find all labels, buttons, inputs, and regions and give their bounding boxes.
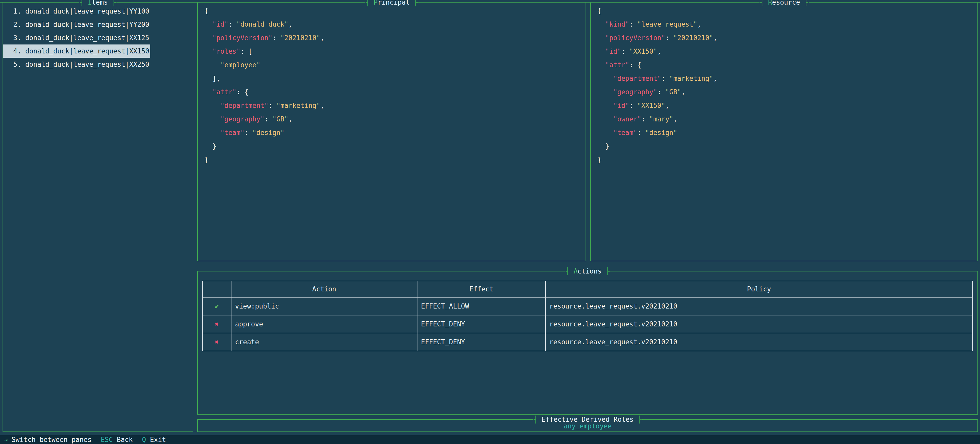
json-line: "department": "marketing",: [597, 72, 977, 85]
json-line: "id": "XX150",: [597, 45, 977, 58]
json-punctuation: :: [228, 21, 236, 28]
json-punctuation: ,: [673, 115, 677, 123]
json-line: "id": "XX150",: [597, 99, 977, 112]
json-punctuation: :: [268, 102, 276, 109]
policy-cell: resource.leave_request.v20210210: [546, 297, 973, 315]
tui-screen: ┤ Items ├ 1. donald_duck|leave_request|Y…: [0, 0, 980, 444]
title-tick-right: ├: [108, 0, 116, 6]
principal-panel: ┤ Principal ├ { "id": "donald_duck", "po…: [197, 2, 586, 261]
json-line: "kind": "leave_request",: [597, 18, 977, 31]
json-line: "id": "donald_duck",: [204, 18, 585, 31]
json-line: ],: [204, 72, 585, 85]
json-punctuation: :: [245, 129, 252, 136]
title-shortcut-letter: I: [88, 0, 92, 6]
items-panel-title: ┤ Items ├: [80, 0, 116, 7]
json-line: }: [597, 153, 977, 167]
json-punctuation: [597, 129, 613, 136]
json-punctuation: :: [621, 48, 629, 55]
json-punctuation: [: [248, 48, 252, 55]
json-punctuation: :: [641, 115, 649, 123]
column-header-policy: Policy: [546, 281, 973, 297]
title-shortcut-letter: P: [374, 0, 378, 6]
json-punctuation: {: [597, 7, 601, 14]
json-punctuation: }: [204, 156, 208, 164]
shortcut-key: Q: [142, 436, 146, 444]
status-shortcut: ⇥ Switch between panes: [3, 436, 91, 444]
json-key: "id": [613, 102, 630, 109]
json-string-value: "XX150": [629, 48, 657, 55]
title-tick-right: ├: [409, 0, 417, 6]
action-row: ✖createEFFECT_DENYresource.leave_request…: [203, 333, 973, 351]
json-string-value: "mary": [649, 115, 673, 123]
json-string-value: "XX150": [637, 102, 665, 109]
json-punctuation: [204, 115, 221, 123]
title-label: tems: [92, 0, 108, 6]
items-list-item[interactable]: 2. donald_duck|leave_request|YY200: [3, 18, 190, 31]
action-cell: view:public: [231, 297, 417, 315]
title-label: esource: [772, 0, 800, 6]
json-line: "team": "design": [204, 126, 585, 140]
json-string-value: "employee": [221, 61, 261, 69]
json-punctuation: [204, 88, 212, 96]
json-punctuation: ,: [713, 34, 718, 42]
resource-json-view: { "kind": "leave_request", "policyVersio…: [591, 3, 977, 167]
json-punctuation: :: [264, 115, 272, 123]
json-string-value: "marketing": [669, 75, 713, 82]
effective-derived-roles-panel: ┤ Effective Derived Roles ├ any_employee: [197, 419, 978, 432]
deny-cross-icon: ✖: [203, 333, 231, 351]
effect-cell: EFFECT_DENY: [417, 333, 546, 351]
items-list: 1. donald_duck|leave_request|YY1002. don…: [3, 3, 192, 71]
items-panel: ┤ Items ├ 1. donald_duck|leave_request|Y…: [3, 2, 193, 432]
json-string-value: "20210210": [280, 34, 320, 42]
items-list-item[interactable]: 5. donald_duck|leave_request|XX250: [3, 58, 190, 71]
json-line: "attr": {: [204, 85, 585, 99]
title-shortcut-letter: A: [574, 267, 578, 275]
json-key: "policyVersion": [212, 34, 272, 42]
title-label: Effective Derived Roles: [542, 415, 633, 423]
json-punctuation: :: [661, 75, 669, 82]
title-tick-left: ┤: [80, 0, 88, 6]
title-label: rincipal: [378, 0, 409, 6]
actions-panel: ┤ Actions ├ ActionEffectPolicy ✔view:pub…: [197, 271, 978, 415]
json-punctuation: :: [629, 102, 637, 109]
json-key: "geography": [221, 115, 264, 123]
json-punctuation: :: [665, 34, 673, 42]
json-punctuation: }: [597, 142, 609, 150]
policy-cell: resource.leave_request.v20210210: [546, 315, 973, 333]
status-shortcut: Q Exit: [142, 436, 166, 444]
json-punctuation: ,: [657, 48, 662, 55]
resource-panel: ┤ Resource ├ { "kind": "leave_request", …: [590, 2, 978, 261]
json-punctuation: ,: [665, 102, 669, 109]
title-tick-left: ┤: [534, 415, 542, 423]
json-punctuation: [597, 61, 605, 69]
json-line: "owner": "mary",: [597, 112, 977, 126]
json-punctuation: ,: [288, 115, 293, 123]
title-tick-left: ┤: [760, 0, 768, 6]
json-key: "department": [613, 75, 662, 82]
json-line: }: [204, 140, 585, 153]
json-key: "kind": [605, 21, 629, 28]
json-key: "team": [613, 129, 637, 136]
json-line: "department": "marketing",: [204, 99, 585, 112]
json-punctuation: {: [637, 61, 641, 69]
json-key: "id": [212, 21, 228, 28]
items-list-item[interactable]: 3. donald_duck|leave_request|XX125: [3, 31, 190, 45]
json-line: "team": "design": [597, 126, 977, 140]
deny-cross-icon: ✖: [203, 315, 231, 333]
json-string-value: "design": [252, 129, 284, 136]
json-punctuation: [204, 61, 221, 69]
json-line: }: [597, 140, 977, 153]
json-punctuation: {: [204, 7, 208, 14]
items-list-item-selected[interactable]: 4. donald_duck|leave_request|XX150: [3, 45, 150, 58]
json-punctuation: :: [637, 129, 645, 136]
result-column-header: [203, 281, 231, 297]
json-string-value: "marketing": [277, 102, 320, 109]
json-punctuation: [597, 75, 613, 82]
column-header-effect: Effect: [417, 281, 546, 297]
json-punctuation: [597, 102, 613, 109]
json-punctuation: :: [629, 21, 637, 28]
json-line: }: [204, 153, 585, 167]
json-key: "attr": [605, 61, 629, 69]
json-string-value: "20210210": [673, 34, 713, 42]
json-key: "owner": [613, 115, 641, 123]
